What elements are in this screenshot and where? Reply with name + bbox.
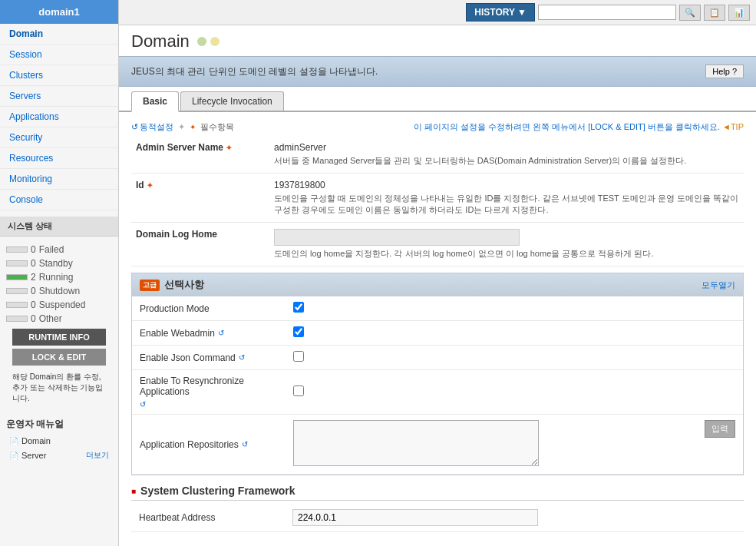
- topbar-btn-2[interactable]: 📋: [704, 5, 725, 21]
- admin-server-name-desc: 서버들 중 Managed Server들을 관리 및 모니터링하는 DAS(D…: [274, 155, 739, 167]
- tab-lifecycle[interactable]: Lifecycle Invocation: [180, 91, 284, 111]
- sidebar-item-resources[interactable]: Resources: [0, 148, 118, 169]
- enable-resync-label: Enable To Resynchronize Applications ↺: [132, 370, 286, 415]
- domain-log-home-input[interactable]: [274, 229, 520, 246]
- heartbeat-address-value-cell: [285, 504, 744, 532]
- page-title: Domain: [131, 31, 190, 51]
- domain-log-home-value-cell: 도메인의 log home을 지정한다. 각 서버의 log home이 없으면…: [269, 223, 744, 266]
- sidebar-item-domain[interactable]: Domain: [0, 24, 118, 45]
- manager-items: 📄Domain📄Server더보기: [6, 434, 112, 463]
- heartbeat-address-row: Heartbeat Address: [131, 504, 744, 532]
- heartbeat-address-input[interactable]: [292, 509, 538, 526]
- status-label-shutdown: Shutdown: [39, 286, 80, 296]
- id-label: Id ✦: [131, 174, 269, 223]
- sidebar-item-clusters[interactable]: Clusters: [0, 65, 118, 86]
- status-bar-failed: [6, 247, 28, 253]
- sidebar-item-servers[interactable]: Servers: [0, 86, 118, 107]
- lock-edit-button[interactable]: LOCK & EDIT: [12, 349, 106, 366]
- production-mode-row: Production Mode: [132, 296, 743, 321]
- clustering-section: ■ System Clustering Framework Heartbeat …: [131, 481, 744, 532]
- tab-bar: Basic Lifecycle Invocation: [119, 87, 756, 112]
- system-status-title: 시스템 상태: [0, 217, 118, 237]
- search-input[interactable]: [538, 5, 676, 20]
- advanced-header[interactable]: 고급 선택사항 모두열기: [132, 273, 743, 296]
- manager-item-domain[interactable]: 📄Domain: [6, 434, 112, 448]
- enable-webadmin-checkbox-cell: [286, 321, 743, 346]
- admin-server-name-value-cell: adminServer 서버들 중 Managed Server들을 관리 및 …: [269, 136, 744, 174]
- status-row-standby: 0Standby: [6, 256, 112, 270]
- domain-log-home-desc: 도메인의 log home을 지정한다. 각 서버의 log home이 없으면…: [274, 248, 739, 260]
- manager-section: 운영자 매뉴얼 📄Domain📄Server더보기: [0, 413, 118, 468]
- expand-link[interactable]: 모두열기: [702, 280, 735, 291]
- production-mode-checkbox[interactable]: [293, 302, 304, 313]
- required-mark: ✦: [190, 123, 196, 131]
- sidebar-item-applications[interactable]: Applications: [0, 107, 118, 127]
- enable-webadmin-checkbox[interactable]: [293, 326, 304, 337]
- content-area: Domain JEUS의 최대 관리 단위인 도메인 레벨의 설정을 나타냅니다…: [119, 25, 756, 546]
- status-label-suspended: Suspended: [39, 299, 86, 310]
- manager-item-server[interactable]: 📄Server더보기: [6, 448, 112, 463]
- advanced-section: 고급 선택사항 모두열기 Production Mode: [131, 273, 744, 475]
- status-row-failed: 0Failed: [6, 243, 112, 256]
- clustering-form-table: Heartbeat Address: [131, 504, 744, 532]
- enable-json-command-checkbox-cell: [286, 346, 743, 370]
- tab-basic[interactable]: Basic: [131, 91, 179, 112]
- enable-resync-checkbox[interactable]: [293, 386, 304, 396]
- sidebar-help-text: 해당 Domain의 환를 수정, 추가 또는 삭제하는 기능입니다.: [6, 369, 112, 407]
- sidebar-nav: DomainSessionClustersServersApplications…: [0, 24, 118, 210]
- info-banner-text: JEUS의 최대 관리 단위인 도메인 레벨의 설정을 나타냅니다.: [131, 65, 378, 78]
- history-button[interactable]: HISTORY ▼: [466, 3, 535, 22]
- status-label-failed: Failed: [39, 244, 64, 255]
- topbar-btn-3[interactable]: 📊: [728, 5, 750, 21]
- status-label-other: Other: [39, 313, 62, 324]
- enable-webadmin-row: Enable Webadmin ↺: [132, 321, 743, 346]
- page-header: Domain: [119, 25, 756, 56]
- app-repositories-input-button[interactable]: 입력: [705, 420, 735, 438]
- status-list: 0Failed0Standby2Running0Shutdown0Suspend…: [6, 243, 112, 326]
- dot-green: [197, 37, 206, 46]
- manager-title: 운영자 매뉴얼: [6, 418, 112, 431]
- topbar: HISTORY ▼ 🔍 📋 📊: [119, 0, 756, 25]
- app-repositories-textarea[interactable]: [293, 420, 539, 466]
- id-desc: 도메인을 구성할 때 도메인의 정체성을 나타내는 유일한 ID를 지정한다. …: [274, 193, 739, 216]
- id-value: 1937819800: [274, 180, 739, 190]
- status-count-standby: 0: [31, 258, 36, 269]
- dynamic-setting-link[interactable]: ↺ 동적설정: [131, 121, 173, 133]
- app-repositories-label: Application Repositories ↺: [132, 415, 286, 475]
- main-content: HISTORY ▼ 🔍 📋 📊 Domain JEUS의 최대 관리 단위인 도…: [119, 0, 756, 546]
- enable-json-command-row: Enable Json Command ↺: [132, 346, 743, 370]
- enable-resync-checkbox-cell: [286, 370, 743, 415]
- status-count-suspended: 0: [31, 299, 36, 310]
- webadmin-sync-icon[interactable]: ↺: [218, 329, 224, 337]
- header-dots: [197, 37, 220, 46]
- form-action-bar: ↺ 동적설정 ✦ ✦ 필수항목 이 페이지의 설정을 수정하려면 왼쪽 메뉴에서…: [131, 118, 744, 136]
- sidebar-item-security[interactable]: Security: [0, 127, 118, 148]
- enable-webadmin-label: Enable Webadmin ↺: [132, 321, 286, 346]
- form-area: ↺ 동적설정 ✦ ✦ 필수항목 이 페이지의 설정을 수정하려면 왼쪽 메뉴에서…: [119, 112, 756, 544]
- production-mode-checkbox-cell: [286, 296, 743, 321]
- status-row-suspended: 0Suspended: [6, 298, 112, 312]
- status-bar-shutdown: [6, 288, 28, 294]
- status-bar-running: [6, 274, 28, 280]
- sidebar: domain1 DomainSessionClustersServersAppl…: [0, 0, 119, 546]
- advanced-icon: 고급: [140, 280, 160, 291]
- app-repos-sync-icon[interactable]: ↺: [242, 440, 248, 448]
- search-button[interactable]: 🔍: [679, 5, 701, 21]
- app-repositories-value-cell: 입력: [286, 415, 743, 475]
- enable-json-command-label: Enable Json Command ↺: [132, 346, 286, 370]
- doc-icon: 📄: [9, 437, 18, 445]
- help-button[interactable]: Help ?: [705, 65, 744, 78]
- sidebar-item-console[interactable]: Console: [0, 190, 118, 210]
- domain-log-home-row: Domain Log Home 도메인의 log home을 지정한다. 각 서…: [131, 223, 744, 266]
- sidebar-item-session[interactable]: Session: [0, 45, 118, 65]
- sidebar-item-monitoring[interactable]: Monitoring: [0, 169, 118, 190]
- production-mode-label: Production Mode: [132, 296, 286, 321]
- basic-form-table: Admin Server Name ✦ adminServer 서버들 중 Ma…: [131, 136, 744, 266]
- json-command-sync-icon[interactable]: ↺: [239, 353, 245, 362]
- sidebar-domain-title: domain1: [0, 0, 118, 24]
- enable-json-command-checkbox[interactable]: [293, 351, 304, 362]
- resync-sync-icon[interactable]: ↺: [140, 400, 146, 409]
- runtime-info-button[interactable]: RUNTIME INFO: [12, 329, 106, 346]
- more-link[interactable]: 더보기: [86, 450, 109, 461]
- status-count-running: 2: [31, 272, 36, 283]
